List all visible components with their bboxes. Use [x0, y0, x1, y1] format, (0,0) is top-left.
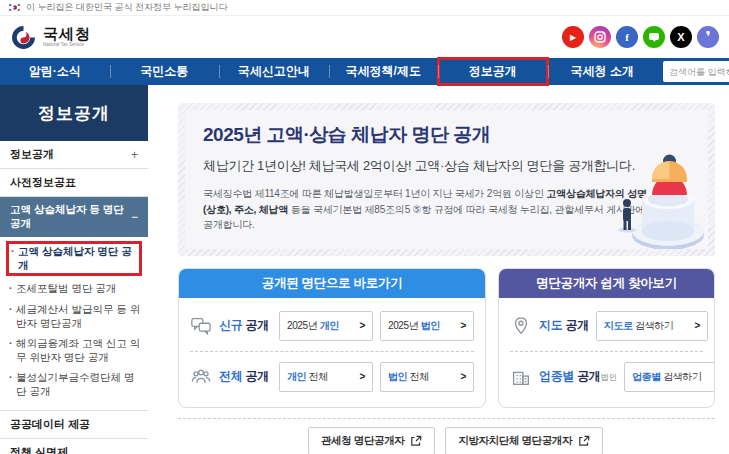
sidebar-item-delinquent-list[interactable]: 고액 상습체납자 등 명단 공개 −: [0, 197, 148, 237]
main-nav: 알림·소식 국민소통 국세신고안내 국세정책/제도 정보공개 국세청 소개: [0, 58, 729, 85]
speech-bubbles-icon: [190, 315, 212, 337]
dashed-divider: [510, 351, 703, 352]
hero-banner: 2025년 고액·상습 체납자 명단 공개 체납기간 1년이상! 체납국세 2억…: [178, 103, 715, 256]
sidebar-item-policy-real-name[interactable]: 정책 실명제: [0, 439, 148, 454]
sidebar-submenu: 고액 상습체납자 명단 공개 조세포탈범 명단 공개 세금계산서 발급의무 등 …: [0, 237, 148, 411]
facebook-icon[interactable]: f: [616, 26, 638, 48]
external-link-icon: [410, 435, 422, 447]
logo-title: 국세청: [43, 26, 91, 41]
submenu-item-habitual-delinquents[interactable]: 고액 상습체납자 명단 공개: [10, 245, 138, 272]
naver-blog-icon[interactable]: [643, 26, 665, 48]
siren-illustration: [608, 127, 706, 249]
youtube-icon[interactable]: ▶: [562, 26, 584, 48]
nav-item-about-nts[interactable]: 국세청 소개: [548, 58, 658, 85]
site-header: 국세청 National Tax Service ▶ f X ❜: [0, 16, 729, 58]
nav-item-tax-filing-guide[interactable]: 국세신고안내: [219, 58, 329, 85]
chevron-right-icon: >: [360, 320, 365, 331]
people-group-icon: [190, 366, 212, 388]
search-input[interactable]: [663, 61, 729, 82]
submenu-item-invoice-violators[interactable]: 세금계산서 발급의무 등 위반자 명단공개: [8, 303, 142, 330]
easy-find-panel: 명단공개자 쉽게 찾아보기 지도 공개 지도로 검색하기 >: [498, 268, 715, 408]
link-corporate-all[interactable]: 법인 전체 >: [380, 362, 474, 392]
search-by-map-button[interactable]: 지도로 검색하기 >: [596, 311, 708, 341]
sidebar-item-pre-info[interactable]: 사전정보공표: [0, 169, 148, 197]
industry-disclosure-row: 업종별 공개법인 업종별 검색하기 >: [510, 357, 703, 397]
sidebar-title: 정보공개: [0, 85, 148, 141]
link-2025-corporate[interactable]: 2025년 법인 >: [380, 311, 474, 341]
easy-find-panel-title: 명단공개자 쉽게 찾아보기: [499, 269, 714, 298]
link-individual-all[interactable]: 개인 전체 >: [279, 362, 373, 392]
nav-item-info-disclosure[interactable]: 정보공개: [438, 58, 548, 85]
gov-banner-text: 이 누리집은 대한민국 공식 전자정부 누리집입니다: [26, 1, 228, 14]
dashed-divider: [178, 418, 715, 419]
nts-logo-icon: [10, 24, 37, 51]
search-by-industry-button[interactable]: 업종별 검색하기 >: [624, 362, 715, 392]
submenu-item-tax-evaders[interactable]: 조세포탈범 명단 공개: [8, 282, 142, 296]
gov-banner: 이 누리집은 대한민국 공식 전자정부 누리집입니다: [0, 0, 729, 16]
dashed-divider: [190, 351, 474, 352]
map-pin-icon: [510, 315, 532, 337]
sidebar: 정보공개 정보공개 + 사전정보공표 고액 상습체납자 등 명단 공개 − 고액…: [0, 85, 148, 454]
chevron-right-icon: >: [694, 320, 699, 331]
sidebar-item-public-data[interactable]: 공공데이터 제공: [0, 411, 148, 439]
korea-flag-icon: [8, 3, 21, 12]
quick-link-panel-title: 공개된 명단으로 바로가기: [179, 269, 485, 298]
plus-icon[interactable]: +: [131, 148, 138, 162]
nav-item-tax-policy[interactable]: 국세정책/제도: [329, 58, 439, 85]
external-links-row: 관세청 명단공개자 지방자치단체 명단공개자: [178, 427, 715, 454]
sidebar-item-info-disclosure[interactable]: 정보공개 +: [0, 141, 148, 169]
hero-description: 국세징수법 제114조에 따른 체납발생일로부터 1년이 지난 국세가 2억원 …: [203, 186, 655, 233]
chevron-right-icon: >: [461, 371, 466, 382]
quick-link-panel: 공개된 명단으로 바로가기 신규 공개 2025년 개인 >: [178, 268, 486, 408]
all-disclosure-row: 전체 공개 개인 전체 > 법인 전체 >: [190, 357, 474, 397]
chevron-right-icon: >: [461, 320, 466, 331]
new-disclosure-row: 신규 공개 2025년 개인 > 2025년 법인 >: [190, 306, 474, 346]
map-disclosure-row: 지도 공개 지도로 검색하기 >: [510, 306, 703, 346]
minus-icon[interactable]: −: [131, 210, 138, 224]
external-link-icon: [578, 435, 590, 447]
logo-subtitle: National Tax Service: [43, 43, 91, 48]
main-content: 2025년 고액·상습 체납자 명단 공개 체납기간 1년이상! 체납국세 2억…: [148, 85, 729, 454]
nav-item-news[interactable]: 알림·소식: [0, 58, 110, 85]
sns-quote-icon[interactable]: ❜: [697, 26, 719, 48]
chevron-right-icon: >: [360, 371, 365, 382]
submenu-item-foreign-account-violators[interactable]: 해외금융계좌 고액 신고 의무 위반자 명단 공개: [8, 337, 142, 364]
link-2025-individual[interactable]: 2025년 개인 >: [279, 311, 373, 341]
social-links: ▶ f X ❜: [562, 26, 719, 48]
nts-logo[interactable]: 국세청 National Tax Service: [10, 24, 91, 51]
customs-disclosure-button[interactable]: 관세청 명단공개자: [308, 427, 435, 454]
instagram-icon[interactable]: [589, 26, 611, 48]
local-gov-disclosure-button[interactable]: 지방자치단체 명단공개자: [445, 427, 603, 454]
x-icon[interactable]: X: [670, 26, 692, 48]
building-icon: [510, 366, 532, 388]
submenu-item-donation-orgs[interactable]: 불성실기부금수령단체 명단 공개: [8, 371, 142, 398]
nav-item-communication[interactable]: 국민소통: [110, 58, 220, 85]
